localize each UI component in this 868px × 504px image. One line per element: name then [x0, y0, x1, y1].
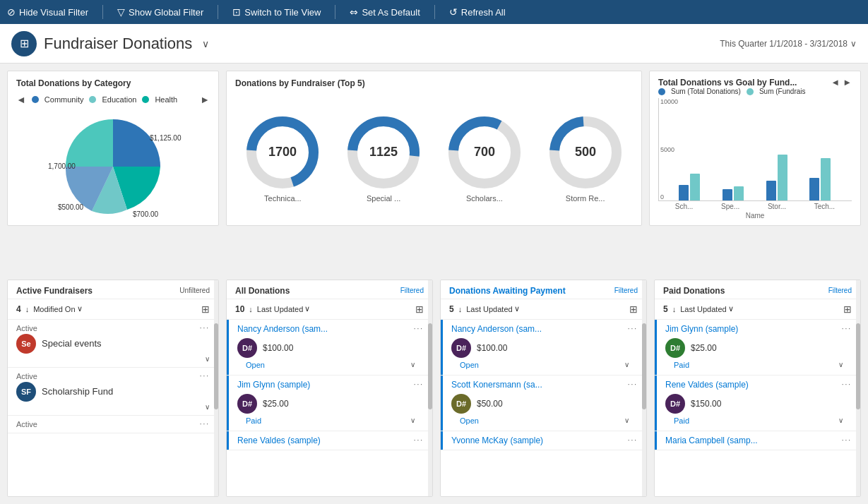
dots-1[interactable]: ···: [414, 325, 424, 332]
donut-item-2: 1125 Special ...: [345, 114, 422, 203]
list-item: Jim Glynn (sample) ··· D# $25.00 Paid ∨: [227, 376, 432, 431]
paid-filter-icon[interactable]: ⊞: [843, 304, 852, 315]
scrollbar-paid[interactable]: [856, 280, 860, 497]
aw-link-2[interactable]: Scott Konersmann (sa...: [451, 380, 542, 390]
header-bar: ⊞ Fundraiser Donations ∨ This Quarter 1/…: [0, 24, 868, 64]
pie-chart-card: Total Donations by Category ◄ Community …: [7, 71, 219, 226]
donation-row-1: D# $100.00: [237, 335, 424, 359]
paid-avatar-1: D#: [665, 338, 685, 358]
awaiting-payment-card: Donations Awaiting Payment Filtered 5 ↓ …: [440, 280, 647, 498]
all-donations-list: Nancy Anderson (sam... ··· D# $100.00 Op…: [227, 320, 432, 497]
paid-sort-chevron: ∨: [728, 304, 734, 313]
list-item: Rene Valdes (sample) ···: [227, 431, 432, 450]
paid-sort-arrow[interactable]: ↓: [672, 305, 677, 313]
active-filter-icon[interactable]: ⊞: [201, 304, 210, 315]
bar-nav-right[interactable]: ►: [843, 77, 852, 88]
paid-sort-field[interactable]: Last Updated ∨: [680, 304, 733, 313]
awaiting-sort-arrow[interactable]: ↓: [458, 305, 463, 313]
date-chevron-icon: ∨: [850, 39, 857, 49]
paid-dots-1[interactable]: ···: [842, 325, 852, 332]
paid-item-header-3: Maria Campbell (samp... ···: [665, 436, 852, 445]
paid-link-3[interactable]: Maria Campbell (samp...: [665, 436, 758, 445]
community-label: Community: [44, 95, 84, 104]
dots-3[interactable]: ···: [414, 436, 424, 444]
scrollbar[interactable]: [214, 280, 218, 497]
bar-dark-1: [679, 185, 689, 200]
expand-icon-1[interactable]: ∨: [205, 355, 210, 363]
active-sort-field[interactable]: Modified On ∨: [33, 304, 82, 313]
svg-text:$700.00: $700.00: [133, 210, 159, 218]
hide-filter-btn[interactable]: ⊘ Hide Visual Filter: [7, 6, 88, 18]
aw-dots-2[interactable]: ···: [628, 380, 638, 388]
dots-2[interactable]: ···: [414, 380, 424, 388]
donut-svg-2: 1125: [345, 114, 422, 191]
bar-group-3: [766, 155, 806, 200]
paid-dots-3[interactable]: ···: [842, 436, 852, 444]
refresh-btn[interactable]: ↺ Refresh All: [449, 6, 506, 18]
list-item: Yvonne McKay (sample) ···: [441, 431, 646, 450]
header-left: ⊞ Fundraiser Donations ∨: [11, 31, 209, 56]
show-global-filter-btn[interactable]: ▽ Show Global Filter: [117, 6, 203, 18]
blue-bar-2: [227, 376, 229, 431]
item-dots-2[interactable]: ···: [200, 372, 210, 380]
paid-link-1[interactable]: Jim Glynn (sample): [665, 324, 738, 334]
donut-svg-3: 700: [446, 114, 523, 191]
awaiting-header: Donations Awaiting Payment Filtered: [441, 280, 646, 299]
scrollbar-thumb-aw: [642, 323, 646, 410]
item-dots-3[interactable]: ···: [200, 420, 210, 428]
active-sort-arrow[interactable]: ↓: [25, 305, 30, 313]
paid-status-1: Paid ∨: [665, 361, 852, 371]
pie-nav-left[interactable]: ◄: [16, 94, 26, 105]
awaiting-title: Donations Awaiting Payment: [449, 286, 566, 296]
all-filter-icon[interactable]: ⊞: [415, 304, 424, 315]
bar-nav-left[interactable]: ◄: [831, 77, 840, 88]
all-sort-field[interactable]: Last Updated ∨: [257, 304, 310, 313]
paid-expand-1[interactable]: ∨: [838, 361, 843, 368]
education-label: Education: [102, 95, 136, 104]
set-default-btn[interactable]: ⇔ Set As Default: [350, 6, 420, 18]
aw-dots-1[interactable]: ···: [628, 325, 638, 332]
blue-bar-p1: [655, 320, 657, 375]
default-icon: ⇔: [350, 6, 358, 18]
toolbar: ⊘ Hide Visual Filter ▽ Show Global Filte…: [0, 0, 868, 24]
pie-nav-right[interactable]: ►: [200, 94, 210, 105]
bar-light-1: [690, 174, 700, 200]
expand-1[interactable]: ∨: [410, 361, 415, 368]
bar-light-3: [778, 155, 787, 200]
item-dots-1[interactable]: ···: [200, 324, 210, 332]
pie-chart-title: Total Donations by Category: [8, 71, 218, 91]
scrollbar-all[interactable]: [428, 280, 432, 497]
expand-2[interactable]: ∨: [410, 416, 415, 424]
active-fundraisers-title: Active Fundraisers: [16, 286, 93, 296]
paid-row-2: D# $150.00: [665, 391, 852, 415]
paid-link-2[interactable]: Rene Valdes (sample): [665, 380, 749, 390]
all-donations-header: All Donations Filtered: [227, 280, 432, 299]
donor-link-1[interactable]: Nancy Anderson (sam...: [237, 324, 328, 334]
donor-link-2[interactable]: Jim Glynn (sample): [237, 380, 310, 390]
date-range[interactable]: This Quarter 1/1/2018 - 3/31/2018 ∨: [720, 39, 857, 49]
x-axis-label: Name: [658, 212, 852, 220]
aw-expand-2[interactable]: ∨: [624, 416, 629, 424]
active-fundraisers-card: Active Fundraisers Unfiltered 4 ↓ Modifi…: [7, 280, 219, 498]
aw-link-3[interactable]: Yvonne McKay (sample): [451, 436, 543, 445]
paid-row-1: D# $25.00: [665, 335, 852, 359]
switch-view-btn[interactable]: ⊡ Switch to Tile View: [232, 6, 321, 18]
y-axis: 10000 5000 0: [660, 98, 678, 200]
paid-dots-2[interactable]: ···: [842, 380, 852, 388]
title-dropdown-chevron[interactable]: ∨: [202, 38, 209, 49]
expand-icon-2[interactable]: ∨: [205, 403, 210, 411]
aw-dots-3[interactable]: ···: [628, 436, 638, 444]
aw-link-1[interactable]: Nancy Anderson (sam...: [451, 324, 542, 334]
paid-filter-badge: Filtered: [828, 287, 852, 294]
paid-expand-2[interactable]: ∨: [838, 416, 843, 424]
list-item: Nancy Anderson (sam... ··· D# $100.00 Op…: [441, 320, 646, 376]
awaiting-filter-icon[interactable]: ⊞: [629, 304, 638, 315]
donut-svg-4: 500: [547, 114, 624, 191]
svg-text:1,700.00: 1,700.00: [48, 162, 76, 170]
scrollbar-aw[interactable]: [642, 280, 646, 497]
all-sort-arrow[interactable]: ↓: [249, 305, 253, 313]
awaiting-sort-field[interactable]: Last Updated ∨: [466, 304, 519, 313]
sum-fund-dot: [747, 88, 754, 95]
aw-expand-1[interactable]: ∨: [624, 361, 629, 368]
donor-link-3[interactable]: Rene Valdes (sample): [237, 436, 321, 445]
